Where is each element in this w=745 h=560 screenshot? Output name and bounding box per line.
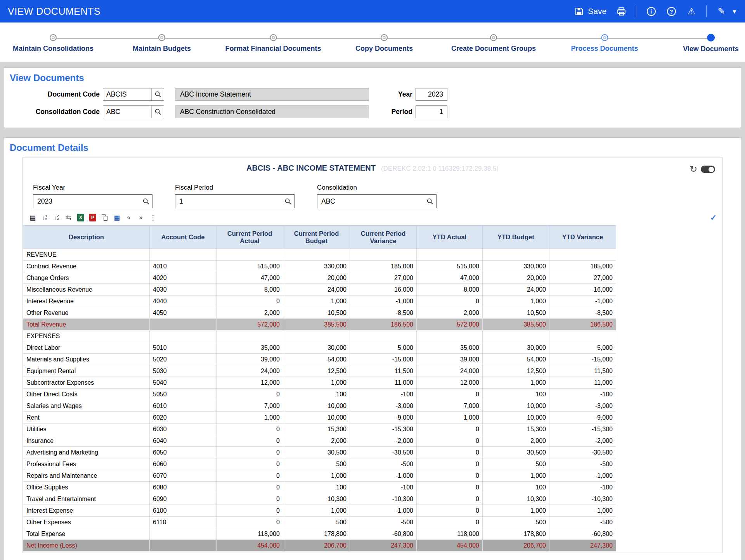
- sort-ascending-icon[interactable]: ↓12: [40, 213, 50, 222]
- filter-input[interactable]: [317, 195, 424, 208]
- export-pdf-icon[interactable]: P: [88, 213, 98, 222]
- table-row[interactable]: Professional Fees60600500-5000500-500: [23, 458, 722, 470]
- table-row[interactable]: Subcontractor Expenses504012,0001,00011,…: [23, 377, 722, 389]
- stepper-step-6[interactable]: Process Documents: [571, 34, 638, 53]
- info-icon[interactable]: i: [646, 6, 657, 17]
- warning-icon[interactable]: ⚠: [686, 6, 697, 17]
- table-row[interactable]: Net Income (Loss)454,000206,700247,30045…: [23, 540, 722, 551]
- search-icon[interactable]: [151, 88, 164, 100]
- table-row[interactable]: Rent60201,00010,000-9,0001,00010,000-9,0…: [23, 412, 722, 423]
- cell-num: -30,500: [549, 447, 616, 458]
- stepper-step-7[interactable]: View Documents: [683, 34, 739, 53]
- column-header[interactable]: YTD Variance: [549, 226, 616, 249]
- grid-settings-icon[interactable]: ▦: [112, 213, 122, 222]
- column-header[interactable]: Account Code: [150, 226, 217, 249]
- filter-input[interactable]: [33, 195, 140, 208]
- column-header[interactable]: YTD Actual: [417, 226, 483, 249]
- column-header[interactable]: YTD Budget: [483, 226, 549, 249]
- cell-code: [150, 330, 217, 342]
- search-icon[interactable]: [424, 195, 436, 208]
- help-icon[interactable]: ?: [666, 6, 677, 17]
- cell-num: 572,000: [217, 319, 283, 330]
- cell-num: [283, 249, 350, 261]
- print-icon[interactable]: [616, 6, 627, 17]
- table-row[interactable]: Advertising and Marketing6050030,500-30,…: [23, 447, 722, 458]
- cell-num: 24,000: [483, 284, 549, 296]
- year-label: Year: [376, 90, 412, 99]
- search-icon[interactable]: [140, 195, 152, 208]
- table-row[interactable]: Other Revenue40502,00010,500-8,5002,0001…: [23, 307, 722, 319]
- chevron-down-icon[interactable]: ▼: [731, 8, 737, 15]
- year-input[interactable]: [416, 88, 447, 101]
- table-row[interactable]: Insurance604002,000-2,00002,000-2,000: [23, 435, 722, 447]
- cell-num: 24,000: [417, 365, 483, 377]
- column-header[interactable]: Current Period Variance: [350, 226, 417, 249]
- cell-num: [350, 330, 417, 342]
- table-row[interactable]: Materials and Supplies502039,00054,000-1…: [23, 354, 722, 365]
- sort-descending-icon[interactable]: ↓ZA: [52, 213, 62, 222]
- swap-columns-icon[interactable]: ⇆: [64, 213, 74, 222]
- cell-code: 4020: [150, 272, 217, 284]
- cell-desc: Utilities: [23, 423, 150, 435]
- table-row[interactable]: EXPENSES: [23, 330, 722, 342]
- document-code-input[interactable]: [103, 88, 151, 100]
- cell-num: 27,000: [549, 272, 616, 284]
- consolidation-code-input[interactable]: [103, 106, 151, 118]
- edit-icon[interactable]: ✎: [716, 6, 727, 17]
- cell-code: 6060: [150, 458, 217, 470]
- copy-icon[interactable]: [100, 213, 110, 222]
- search-icon[interactable]: [282, 195, 294, 208]
- table-row[interactable]: Salaries and Wages60107,00010,000-3,0007…: [23, 400, 722, 412]
- table-row[interactable]: Travel and Entertainment6090010,300-10,3…: [23, 493, 722, 505]
- column-header[interactable]: Current Period Budget: [283, 226, 350, 249]
- table-row[interactable]: Interest Expense610001,000-1,00001,000-1…: [23, 505, 722, 517]
- save-button[interactable]: Save: [573, 6, 606, 17]
- table-row[interactable]: Other Expenses61100500-5000500-500: [23, 517, 722, 528]
- table-row[interactable]: Interest Revenue404001,000-1,00001,000-1…: [23, 296, 722, 307]
- table-row[interactable]: Total Expense118,000178,800-60,800118,00…: [23, 528, 722, 540]
- cell-code: 5040: [150, 377, 217, 389]
- search-icon[interactable]: [151, 106, 164, 118]
- cell-num: 385,500: [483, 319, 549, 330]
- previous-page-icon[interactable]: «: [124, 213, 134, 222]
- stepper-step-1[interactable]: Maintain Consolidations: [13, 34, 94, 53]
- cell-num: -15,000: [549, 354, 616, 365]
- cell-num: -15,000: [350, 354, 417, 365]
- confirm-check-icon[interactable]: ✓: [710, 213, 717, 222]
- table-row[interactable]: REVENUE: [23, 249, 722, 261]
- stepper-step-2[interactable]: Maintain Budgets: [133, 34, 191, 53]
- stepper-step-4[interactable]: Copy Documents: [355, 34, 413, 53]
- export-excel-icon[interactable]: X: [76, 213, 86, 222]
- table-row[interactable]: Miscellaneous Revenue40308,00024,000-16,…: [23, 284, 722, 296]
- cell-num: -60,800: [350, 528, 417, 540]
- table-row[interactable]: Office Supplies60800100-1000100-100: [23, 482, 722, 493]
- table-row[interactable]: Other Direct Costs50500100-1000100-100: [23, 389, 722, 400]
- more-options-icon[interactable]: ⋮: [148, 213, 158, 222]
- table-row[interactable]: Direct Labor501035,00030,0005,00035,0003…: [23, 342, 722, 354]
- cell-num: 185,000: [549, 261, 616, 272]
- view-toggle[interactable]: [701, 166, 715, 173]
- next-page-icon[interactable]: »: [136, 213, 146, 222]
- save-icon: [573, 6, 584, 17]
- top-bar: VIEW DOCUMENTS Save i ? ⚠ ✎ ▼: [0, 0, 745, 22]
- column-header[interactable]: Current Period Actual: [217, 226, 283, 249]
- cell-num: 185,000: [350, 261, 417, 272]
- cell-filler: [616, 249, 722, 261]
- step-label: Maintain Budgets: [133, 45, 191, 53]
- period-input[interactable]: [416, 105, 447, 118]
- column-header[interactable]: Description: [23, 226, 150, 249]
- stepper-step-5[interactable]: Create Document Groups: [451, 34, 536, 53]
- edit-grid-icon[interactable]: ▤: [28, 213, 38, 222]
- cell-num: -500: [350, 458, 417, 470]
- stepper-step-3[interactable]: Format Financial Documents: [225, 34, 321, 53]
- cell-num: 0: [417, 470, 483, 482]
- table-row[interactable]: Total Revenue572,000385,500186,500572,00…: [23, 319, 722, 330]
- refresh-icon[interactable]: ↻: [690, 164, 697, 175]
- table-row[interactable]: Utilities6030015,300-15,300015,300-15,30…: [23, 423, 722, 435]
- table-row[interactable]: Contract Revenue4010515,000330,000185,00…: [23, 261, 722, 272]
- table-row[interactable]: Change Orders402047,00020,00027,00047,00…: [23, 272, 722, 284]
- cell-filler: [616, 505, 722, 517]
- table-row[interactable]: Equipment Rental503024,00012,50011,50024…: [23, 365, 722, 377]
- filter-input[interactable]: [175, 195, 282, 208]
- table-row[interactable]: Repairs and Maintenance607001,000-1,0000…: [23, 470, 722, 482]
